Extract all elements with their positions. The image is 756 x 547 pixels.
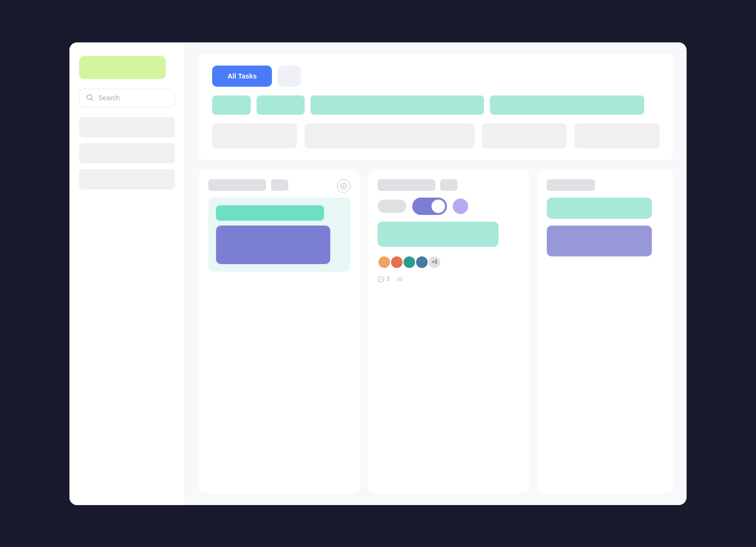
filters-row [212,95,660,115]
toggle-row [378,198,520,215]
card-left-badge [271,179,288,191]
card-mid: +3 3 [368,170,529,494]
card-right [537,170,673,494]
avatars-row: +3 [378,255,520,269]
card-left [199,170,360,494]
search-bar[interactable]: Search [79,89,175,107]
sidebar: Search [69,42,185,505]
card-meta-row: 3 [378,276,520,282]
card-left-content [208,198,351,272]
comments-meta: 3 [378,276,390,282]
avatar-4 [415,255,429,269]
right-purple-bar [547,226,651,256]
data-cell-4 [575,123,660,148]
data-cell-2 [305,123,474,148]
filter-chip-2[interactable] [256,95,305,115]
data-cell-3 [482,123,567,148]
comments-count: 3 [386,276,390,282]
svg-line-1 [92,99,94,101]
cards-section: +3 3 [199,170,673,494]
content-bar-green [216,205,324,221]
tab-filter[interactable] [278,66,301,87]
sidebar-nav [79,117,175,189]
avatar-2 [390,255,404,269]
sidebar-item-2[interactable] [79,143,175,163]
card-right-title [547,179,595,191]
sidebar-item-3[interactable] [79,169,175,189]
tabs-row: All Tasks [212,66,660,87]
top-section: All Tasks [199,54,673,160]
filter-chip-4[interactable] [490,95,644,115]
card-mid-title [378,179,435,191]
toggle-knob [432,200,445,213]
toggle-pill-gray[interactable] [378,200,406,213]
toggle-pill-purple[interactable] [412,198,447,215]
avatar-1 [378,255,391,269]
search-placeholder-text: Search [98,94,120,102]
content-bar-purple [216,226,330,264]
mid-green-bar [378,222,499,247]
avatar-3 [403,255,416,269]
search-icon [86,94,94,102]
menu-meta[interactable] [396,276,403,282]
tab-all-tasks[interactable]: All Tasks [212,66,272,87]
card-left-add-button[interactable] [337,179,351,193]
card-left-title [208,179,266,191]
logo [79,56,166,79]
right-green-bar [547,198,651,219]
main-content: All Tasks [185,42,687,505]
data-cell-1 [212,123,297,148]
filter-chip-1[interactable] [212,95,251,115]
filter-chip-3[interactable] [310,95,484,115]
toggle-circle[interactable] [453,199,468,214]
sidebar-item-1[interactable] [79,117,175,137]
avatar-count: +3 [428,255,441,269]
data-row [212,123,660,148]
card-left-header [208,179,351,191]
card-right-header [547,179,663,191]
card-mid-header [378,179,520,191]
card-mid-badge [440,179,458,191]
app-window: Search All Tasks [69,42,687,505]
